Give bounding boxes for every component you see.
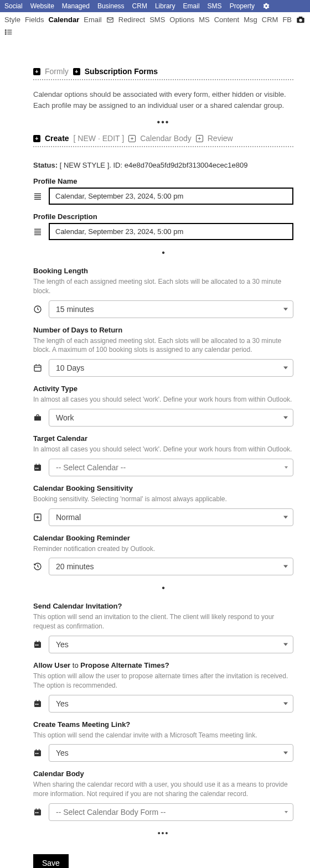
divider [33, 79, 293, 80]
teams-link-select[interactable]: Yes [49, 744, 293, 762]
subnav-calendar[interactable]: Calendar [49, 15, 80, 24]
calendar-fill-icon [33, 640, 43, 649]
calendar-icon [33, 363, 43, 372]
allow-alt-label: Allow User to Propose Alternate Times? [33, 661, 293, 669]
calendar-fill-icon [33, 749, 43, 757]
days-return-help: The length of each assigned meeting slot… [33, 336, 293, 355]
nav-property[interactable]: Property [230, 2, 255, 10]
status-line: Status: [ NEW STYLE ]. ID: e4e8d70ea5fd9… [33, 161, 293, 169]
booking-length-help: The length of each assigned meeting slot… [33, 277, 293, 296]
nav-business[interactable]: Business [97, 2, 125, 10]
subnav-content[interactable]: Content [214, 15, 240, 24]
action-row: + Create [ NEW · EDIT ] + Calendar Body … [33, 134, 293, 143]
ellipsis-icon[interactable]: ••• [33, 829, 293, 838]
allow-alt-select[interactable]: Yes [49, 695, 293, 713]
plus-square-icon [33, 513, 43, 522]
plus-outline-icon[interactable]: + [196, 135, 203, 142]
breadcrumb-subscription-forms[interactable]: Subscription Forms [85, 67, 158, 76]
subnav-options[interactable]: Options [169, 15, 194, 24]
plus-outline-icon[interactable]: + [128, 135, 136, 142]
dot-separator [33, 583, 293, 593]
target-calendar-select[interactable]: -- Select Calendar -- [49, 459, 293, 476]
days-return-label: Number of Days to Return [33, 326, 293, 334]
reminder-select[interactable]: 20 minutes [49, 558, 293, 575]
plus-icon[interactable]: + [33, 135, 40, 142]
booking-length-select[interactable]: 15 minutes [49, 300, 293, 318]
svg-rect-39 [35, 704, 37, 705]
nav-website[interactable]: Website [30, 2, 54, 10]
status-label: Status: [33, 161, 58, 169]
profile-name-label: Profile Name [33, 177, 293, 185]
calendar-body-select[interactable]: -- Select Calendar Body Form -- [49, 803, 293, 821]
send-invite-select[interactable]: Yes [49, 636, 293, 653]
calendar-body-label: Calendar Body [33, 770, 293, 778]
profile-description-input[interactable] [49, 223, 293, 240]
svg-point-2 [299, 19, 302, 22]
reminder-help: Reminder notification created by Outlook… [33, 544, 293, 554]
activity-type-help: In almost all cases you should select 'w… [33, 395, 293, 404]
subnav-redirect[interactable]: Redirect [118, 15, 145, 24]
svg-rect-25 [34, 465, 41, 466]
days-return-select[interactable]: 10 Days [49, 359, 293, 377]
subnav-msg[interactable]: Msg [244, 15, 257, 24]
briefcase-icon [33, 413, 43, 422]
nav-social[interactable]: Social [4, 2, 23, 10]
nav-sms[interactable]: SMS [208, 2, 222, 10]
top-nav: Social Website Managed Business CRM Libr… [0, 0, 310, 12]
subnav-fields[interactable]: Fields [25, 15, 44, 24]
calendar-fill-icon [33, 463, 43, 472]
subnav-sms[interactable]: SMS [149, 15, 165, 24]
subnav-ms[interactable]: MS [199, 15, 210, 24]
svg-rect-3 [299, 17, 303, 18]
svg-rect-19 [34, 366, 41, 372]
svg-rect-40 [37, 704, 38, 705]
svg-point-8 [5, 32, 6, 33]
camera-icon[interactable] [296, 16, 304, 24]
subnav-email[interactable]: Email [84, 15, 102, 24]
svg-rect-28 [35, 467, 37, 469]
booking-length-label: Booking Length [33, 267, 293, 275]
svg-rect-45 [37, 753, 38, 754]
teams-link-help: This option will send the calendar invit… [33, 731, 293, 740]
review-link[interactable]: Review [208, 134, 233, 143]
breadcrumb: + Formly + Subscription Forms [33, 67, 293, 76]
dot-separator [33, 248, 293, 258]
nav-crm[interactable]: CRM [132, 2, 147, 10]
nav-managed[interactable]: Managed [62, 2, 90, 10]
create-link[interactable]: Create [45, 134, 69, 143]
send-invite-label: Send Calendar Invitation? [33, 602, 293, 610]
svg-rect-50 [37, 812, 38, 813]
ellipsis-icon[interactable]: ••• [33, 117, 293, 127]
activity-type-select[interactable]: Work [49, 409, 293, 427]
subnav-fb[interactable]: FB [282, 15, 292, 24]
target-calendar-label: Target Calendar [33, 434, 293, 443]
status-tag: [ NEW STYLE ]. [60, 161, 111, 169]
save-button[interactable]: Save [33, 854, 69, 868]
calendar-fill-icon [33, 699, 43, 708]
breadcrumb-formly[interactable]: Formly [45, 67, 69, 76]
list-icon[interactable] [4, 28, 12, 36]
subnav-style[interactable]: Style [4, 15, 20, 24]
svg-rect-49 [35, 812, 37, 813]
reminder-label: Calendar Booking Reminder [33, 534, 293, 542]
svg-point-7 [5, 30, 6, 31]
menu-icon[interactable] [33, 192, 43, 201]
svg-point-9 [5, 34, 6, 35]
gear-icon[interactable] [262, 2, 270, 10]
envelope-icon[interactable] [106, 16, 114, 24]
subnav-crm[interactable]: CRM [262, 15, 278, 24]
svg-rect-35 [37, 644, 38, 646]
calendar-fill-icon [33, 808, 43, 817]
clock-icon [33, 305, 43, 314]
menu-icon[interactable] [33, 227, 43, 236]
nav-email[interactable]: Email [183, 2, 200, 10]
nav-library[interactable]: Library [155, 2, 175, 10]
plus-icon[interactable]: + [33, 68, 40, 75]
svg-rect-23 [34, 416, 41, 420]
profile-name-input[interactable] [49, 188, 293, 205]
plus-icon[interactable]: + [73, 68, 80, 75]
calendar-body-link[interactable]: Calendar Body [140, 134, 192, 143]
sensitivity-select[interactable]: Normal [49, 508, 293, 526]
svg-rect-44 [35, 753, 37, 754]
activity-type-label: Activity Type [33, 384, 293, 393]
